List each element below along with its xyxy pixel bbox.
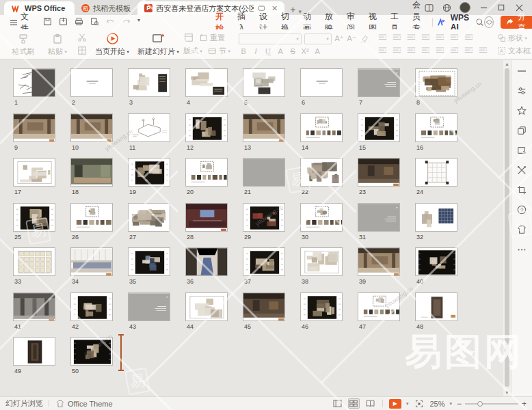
zoom-slider-track[interactable] — [465, 403, 518, 405]
tools-icon[interactable] — [516, 165, 527, 176]
indent-less-icon[interactable] — [464, 46, 474, 56]
reset-button[interactable]: 重置 — [198, 33, 225, 43]
numbered-list-icon[interactable] — [392, 33, 402, 43]
zoom-level-chevron-icon[interactable]: ▾ — [449, 401, 452, 407]
slide-thumbnail-49[interactable]: 49 — [13, 337, 55, 374]
indent-icon[interactable] — [421, 33, 431, 43]
zoom-out-icon[interactable]: − — [457, 399, 462, 409]
maximize-icon[interactable] — [496, 3, 506, 12]
undo-icon[interactable] — [106, 17, 116, 27]
zoom-level-value[interactable]: 25% — [429, 400, 444, 408]
slide-thumbnail-24[interactable]: 24 — [415, 158, 457, 195]
slide-thumbnail-42[interactable]: 42 — [70, 292, 113, 330]
slide-thumbnail-31[interactable]: 31 — [358, 203, 400, 241]
slide-sorter-view-icon[interactable] — [348, 398, 360, 409]
merge-icon[interactable] — [464, 33, 474, 43]
slide-thumbnail-44[interactable]: 44 — [185, 292, 228, 330]
slide-thumbnail-10[interactable]: 10 — [70, 113, 113, 151]
print-icon[interactable] — [75, 17, 85, 27]
font-name-select[interactable]: ▾ — [239, 33, 302, 44]
slide-thumbnail-48[interactable]: 48 — [415, 292, 457, 330]
new-slide-button[interactable]: 新建幻灯片▾ — [137, 32, 179, 57]
clear-format-icon[interactable] — [359, 33, 369, 44]
user-avatar[interactable] — [460, 2, 470, 13]
justify-icon[interactable] — [421, 46, 431, 56]
shapes-button[interactable]: 形状▾ — [496, 33, 527, 43]
line-spacing-icon[interactable] — [449, 33, 460, 43]
text-direction-icon[interactable] — [435, 33, 445, 43]
zoom-slider-thumb[interactable] — [477, 401, 483, 407]
slide-thumbnail-3[interactable]: 3 — [128, 68, 170, 106]
textbox-button[interactable]: A文本框▾ — [496, 46, 532, 56]
skin-icon[interactable] — [516, 224, 527, 235]
crop-icon[interactable] — [516, 184, 527, 195]
slide-thumbnail-50[interactable]: 50 — [70, 337, 113, 374]
slide-thumbnail-17[interactable]: 17 — [13, 158, 55, 195]
minimize-icon[interactable] — [479, 3, 488, 12]
normal-view-icon[interactable] — [332, 398, 343, 409]
slide-thumbnail-4[interactable]: 4 — [185, 68, 228, 106]
slide-thumbnail-26[interactable]: 26 — [70, 203, 113, 241]
slide-thumbnail-19[interactable]: 19 — [128, 158, 170, 195]
align-right-icon[interactable] — [406, 46, 416, 56]
font-style-button-4[interactable]: S — [288, 47, 297, 55]
align-left-icon[interactable] — [377, 46, 388, 56]
format-painter-button[interactable]: 格式刷 — [8, 32, 38, 57]
play-slideshow-button[interactable]: ▶ — [389, 399, 401, 409]
slide-thumbnail-41[interactable]: 41 — [13, 292, 55, 330]
export-icon[interactable] — [59, 17, 69, 27]
slide-thumbnail-20[interactable]: 20 — [185, 158, 228, 195]
slide-thumbnail-5[interactable]: 5 — [243, 68, 285, 106]
paste-button[interactable]: 粘贴▾ — [42, 32, 72, 57]
fit-window-icon[interactable] — [413, 398, 425, 409]
scroll-up-icon[interactable]: ▲ — [503, 60, 511, 68]
slide-thumbnail-27[interactable]: 27 — [128, 203, 170, 241]
font-size-select[interactable]: ▾ — [304, 33, 332, 44]
increase-font-icon[interactable]: A⁺ — [334, 34, 344, 43]
align-center-icon[interactable] — [392, 46, 402, 56]
slide-thumbnail-30[interactable]: 30 — [300, 203, 343, 241]
slide-thumbnail-40[interactable]: 40 — [415, 247, 457, 285]
decrease-font-icon[interactable]: A⁻ — [347, 34, 356, 43]
slide-thumbnail-47[interactable]: 47 — [358, 292, 400, 330]
vertical-scrollbar[interactable]: ▲ ▼ — [503, 60, 511, 396]
slide-thumbnail-7[interactable]: 7 — [358, 68, 400, 106]
bullet-list-icon[interactable] — [377, 33, 388, 43]
slide-thumbnail-43[interactable]: 43 — [128, 292, 170, 330]
slide-thumbnail-6[interactable]: 6 — [300, 68, 343, 106]
font-style-button-3[interactable]: A — [276, 47, 285, 55]
font-style-button-0[interactable]: B — [239, 47, 248, 55]
font-style-button-5[interactable]: X² — [300, 47, 310, 55]
layout-button[interactable]: 版式▾ — [183, 46, 202, 56]
globe-icon[interactable] — [442, 3, 451, 12]
scroll-down-icon[interactable]: ▼ — [503, 389, 511, 396]
animation-pane-icon[interactable] — [516, 145, 527, 156]
cut-icon[interactable] — [77, 33, 87, 43]
slide-thumbnail-33[interactable]: 33 — [13, 247, 55, 285]
slide-thumbnail-11[interactable]: 11 — [128, 113, 170, 151]
slide-thumbnail-21[interactable]: 21 — [243, 158, 285, 195]
search-icon[interactable] — [475, 17, 484, 27]
star-icon[interactable] — [516, 105, 527, 116]
play-from-current-button[interactable]: 当页开始▾ — [95, 32, 129, 57]
slide-thumbnail-8[interactable]: 8 — [415, 68, 457, 106]
slide-thumbnail-46[interactable]: 46 — [300, 292, 343, 330]
rotate-icon[interactable] — [478, 46, 488, 56]
copy-icon[interactable] — [516, 125, 527, 136]
slide-thumbnail-18[interactable]: 18 — [70, 158, 113, 195]
slide-thumbnail-14[interactable]: 14 — [300, 113, 343, 151]
font-style-button-1[interactable]: I — [251, 47, 261, 55]
slide-thumbnail-38[interactable]: 38 — [300, 247, 343, 285]
share-button[interactable]: 分享 — [501, 16, 532, 29]
layout-icon[interactable] — [183, 33, 194, 43]
reading-view-icon[interactable] — [364, 398, 376, 409]
slide-thumbnail-39[interactable]: 39 — [358, 247, 400, 285]
slide-thumbnail-25[interactable]: 25 — [13, 203, 55, 241]
slide-thumbnail-9[interactable]: 9 — [13, 113, 55, 151]
play-options-chevron-icon[interactable]: ▾ — [406, 401, 409, 407]
slide-sorter-canvas[interactable]: 1234567891011121314151617181920212223242… — [0, 60, 502, 396]
more-icon[interactable] — [516, 244, 527, 255]
save-icon[interactable] — [43, 17, 53, 27]
slide-thumbnail-34[interactable]: 34 — [70, 247, 113, 285]
slide-thumbnail-16[interactable]: 16 — [415, 113, 457, 151]
